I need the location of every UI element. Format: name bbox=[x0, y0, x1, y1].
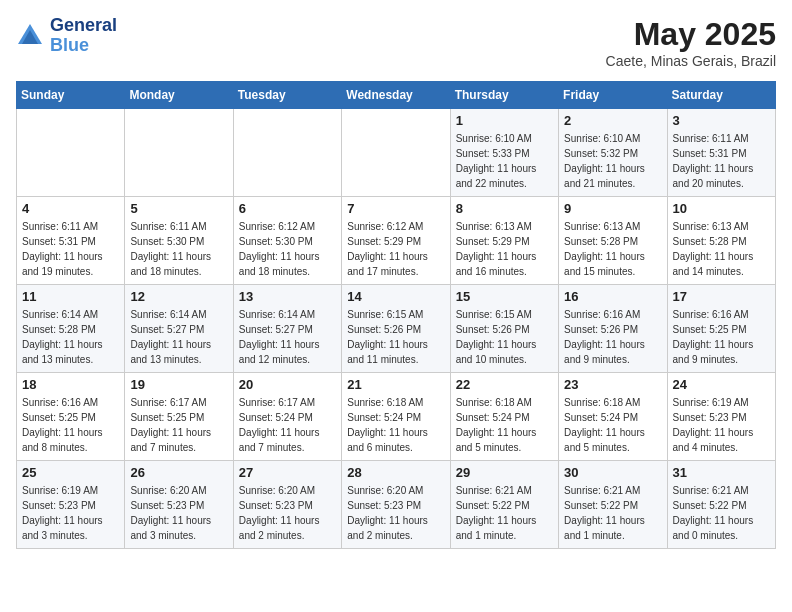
calendar-cell: 31Sunrise: 6:21 AM Sunset: 5:22 PM Dayli… bbox=[667, 461, 775, 549]
day-number: 27 bbox=[239, 465, 336, 480]
calendar-cell: 30Sunrise: 6:21 AM Sunset: 5:22 PM Dayli… bbox=[559, 461, 667, 549]
calendar-cell: 4Sunrise: 6:11 AM Sunset: 5:31 PM Daylig… bbox=[17, 197, 125, 285]
day-info: Sunrise: 6:11 AM Sunset: 5:30 PM Dayligh… bbox=[130, 219, 227, 279]
day-info: Sunrise: 6:11 AM Sunset: 5:31 PM Dayligh… bbox=[673, 131, 770, 191]
col-header-saturday: Saturday bbox=[667, 82, 775, 109]
day-info: Sunrise: 6:19 AM Sunset: 5:23 PM Dayligh… bbox=[673, 395, 770, 455]
calendar-cell: 1Sunrise: 6:10 AM Sunset: 5:33 PM Daylig… bbox=[450, 109, 558, 197]
day-number: 30 bbox=[564, 465, 661, 480]
day-info: Sunrise: 6:16 AM Sunset: 5:25 PM Dayligh… bbox=[673, 307, 770, 367]
day-number: 18 bbox=[22, 377, 119, 392]
calendar-cell bbox=[342, 109, 450, 197]
day-info: Sunrise: 6:12 AM Sunset: 5:29 PM Dayligh… bbox=[347, 219, 444, 279]
day-number: 9 bbox=[564, 201, 661, 216]
day-number: 14 bbox=[347, 289, 444, 304]
day-number: 11 bbox=[22, 289, 119, 304]
calendar-cell: 5Sunrise: 6:11 AM Sunset: 5:30 PM Daylig… bbox=[125, 197, 233, 285]
day-info: Sunrise: 6:21 AM Sunset: 5:22 PM Dayligh… bbox=[564, 483, 661, 543]
col-header-tuesday: Tuesday bbox=[233, 82, 341, 109]
day-number: 16 bbox=[564, 289, 661, 304]
calendar-cell: 18Sunrise: 6:16 AM Sunset: 5:25 PM Dayli… bbox=[17, 373, 125, 461]
day-info: Sunrise: 6:18 AM Sunset: 5:24 PM Dayligh… bbox=[347, 395, 444, 455]
day-info: Sunrise: 6:14 AM Sunset: 5:27 PM Dayligh… bbox=[130, 307, 227, 367]
day-info: Sunrise: 6:14 AM Sunset: 5:28 PM Dayligh… bbox=[22, 307, 119, 367]
calendar-cell: 10Sunrise: 6:13 AM Sunset: 5:28 PM Dayli… bbox=[667, 197, 775, 285]
location: Caete, Minas Gerais, Brazil bbox=[606, 53, 776, 69]
day-info: Sunrise: 6:20 AM Sunset: 5:23 PM Dayligh… bbox=[239, 483, 336, 543]
page-header: General Blue May 2025 Caete, Minas Gerai… bbox=[16, 16, 776, 69]
day-info: Sunrise: 6:18 AM Sunset: 5:24 PM Dayligh… bbox=[564, 395, 661, 455]
calendar-cell: 25Sunrise: 6:19 AM Sunset: 5:23 PM Dayli… bbox=[17, 461, 125, 549]
day-number: 22 bbox=[456, 377, 553, 392]
calendar-cell: 20Sunrise: 6:17 AM Sunset: 5:24 PM Dayli… bbox=[233, 373, 341, 461]
day-number: 7 bbox=[347, 201, 444, 216]
calendar-cell: 16Sunrise: 6:16 AM Sunset: 5:26 PM Dayli… bbox=[559, 285, 667, 373]
day-info: Sunrise: 6:13 AM Sunset: 5:28 PM Dayligh… bbox=[673, 219, 770, 279]
calendar-cell: 2Sunrise: 6:10 AM Sunset: 5:32 PM Daylig… bbox=[559, 109, 667, 197]
day-number: 4 bbox=[22, 201, 119, 216]
day-number: 26 bbox=[130, 465, 227, 480]
day-info: Sunrise: 6:13 AM Sunset: 5:29 PM Dayligh… bbox=[456, 219, 553, 279]
day-number: 31 bbox=[673, 465, 770, 480]
day-info: Sunrise: 6:13 AM Sunset: 5:28 PM Dayligh… bbox=[564, 219, 661, 279]
calendar-cell bbox=[125, 109, 233, 197]
calendar-cell: 24Sunrise: 6:19 AM Sunset: 5:23 PM Dayli… bbox=[667, 373, 775, 461]
calendar-cell: 27Sunrise: 6:20 AM Sunset: 5:23 PM Dayli… bbox=[233, 461, 341, 549]
col-header-monday: Monday bbox=[125, 82, 233, 109]
month-title: May 2025 bbox=[606, 16, 776, 53]
day-number: 20 bbox=[239, 377, 336, 392]
day-info: Sunrise: 6:17 AM Sunset: 5:24 PM Dayligh… bbox=[239, 395, 336, 455]
col-header-sunday: Sunday bbox=[17, 82, 125, 109]
calendar-cell: 13Sunrise: 6:14 AM Sunset: 5:27 PM Dayli… bbox=[233, 285, 341, 373]
col-header-wednesday: Wednesday bbox=[342, 82, 450, 109]
day-info: Sunrise: 6:20 AM Sunset: 5:23 PM Dayligh… bbox=[347, 483, 444, 543]
day-number: 29 bbox=[456, 465, 553, 480]
day-number: 17 bbox=[673, 289, 770, 304]
day-number: 23 bbox=[564, 377, 661, 392]
day-number: 25 bbox=[22, 465, 119, 480]
day-number: 5 bbox=[130, 201, 227, 216]
day-number: 1 bbox=[456, 113, 553, 128]
day-number: 12 bbox=[130, 289, 227, 304]
day-info: Sunrise: 6:16 AM Sunset: 5:26 PM Dayligh… bbox=[564, 307, 661, 367]
day-info: Sunrise: 6:12 AM Sunset: 5:30 PM Dayligh… bbox=[239, 219, 336, 279]
day-number: 13 bbox=[239, 289, 336, 304]
day-info: Sunrise: 6:15 AM Sunset: 5:26 PM Dayligh… bbox=[347, 307, 444, 367]
day-info: Sunrise: 6:19 AM Sunset: 5:23 PM Dayligh… bbox=[22, 483, 119, 543]
day-info: Sunrise: 6:10 AM Sunset: 5:33 PM Dayligh… bbox=[456, 131, 553, 191]
day-info: Sunrise: 6:14 AM Sunset: 5:27 PM Dayligh… bbox=[239, 307, 336, 367]
calendar-cell: 17Sunrise: 6:16 AM Sunset: 5:25 PM Dayli… bbox=[667, 285, 775, 373]
calendar-cell: 26Sunrise: 6:20 AM Sunset: 5:23 PM Dayli… bbox=[125, 461, 233, 549]
calendar-cell: 21Sunrise: 6:18 AM Sunset: 5:24 PM Dayli… bbox=[342, 373, 450, 461]
day-info: Sunrise: 6:10 AM Sunset: 5:32 PM Dayligh… bbox=[564, 131, 661, 191]
calendar-cell: 9Sunrise: 6:13 AM Sunset: 5:28 PM Daylig… bbox=[559, 197, 667, 285]
day-info: Sunrise: 6:16 AM Sunset: 5:25 PM Dayligh… bbox=[22, 395, 119, 455]
day-info: Sunrise: 6:21 AM Sunset: 5:22 PM Dayligh… bbox=[456, 483, 553, 543]
day-number: 3 bbox=[673, 113, 770, 128]
day-number: 10 bbox=[673, 201, 770, 216]
day-number: 2 bbox=[564, 113, 661, 128]
day-info: Sunrise: 6:15 AM Sunset: 5:26 PM Dayligh… bbox=[456, 307, 553, 367]
day-info: Sunrise: 6:11 AM Sunset: 5:31 PM Dayligh… bbox=[22, 219, 119, 279]
calendar-cell: 22Sunrise: 6:18 AM Sunset: 5:24 PM Dayli… bbox=[450, 373, 558, 461]
calendar-cell: 11Sunrise: 6:14 AM Sunset: 5:28 PM Dayli… bbox=[17, 285, 125, 373]
calendar-cell: 12Sunrise: 6:14 AM Sunset: 5:27 PM Dayli… bbox=[125, 285, 233, 373]
calendar-cell: 14Sunrise: 6:15 AM Sunset: 5:26 PM Dayli… bbox=[342, 285, 450, 373]
calendar-cell: 7Sunrise: 6:12 AM Sunset: 5:29 PM Daylig… bbox=[342, 197, 450, 285]
day-number: 15 bbox=[456, 289, 553, 304]
title-block: May 2025 Caete, Minas Gerais, Brazil bbox=[606, 16, 776, 69]
logo-text: General Blue bbox=[50, 16, 117, 56]
day-info: Sunrise: 6:20 AM Sunset: 5:23 PM Dayligh… bbox=[130, 483, 227, 543]
col-header-thursday: Thursday bbox=[450, 82, 558, 109]
calendar-cell: 23Sunrise: 6:18 AM Sunset: 5:24 PM Dayli… bbox=[559, 373, 667, 461]
calendar-cell: 15Sunrise: 6:15 AM Sunset: 5:26 PM Dayli… bbox=[450, 285, 558, 373]
calendar-cell: 8Sunrise: 6:13 AM Sunset: 5:29 PM Daylig… bbox=[450, 197, 558, 285]
day-number: 8 bbox=[456, 201, 553, 216]
day-number: 24 bbox=[673, 377, 770, 392]
calendar-cell: 3Sunrise: 6:11 AM Sunset: 5:31 PM Daylig… bbox=[667, 109, 775, 197]
day-number: 19 bbox=[130, 377, 227, 392]
calendar-table: SundayMondayTuesdayWednesdayThursdayFrid… bbox=[16, 81, 776, 549]
calendar-cell: 29Sunrise: 6:21 AM Sunset: 5:22 PM Dayli… bbox=[450, 461, 558, 549]
calendar-cell bbox=[17, 109, 125, 197]
logo: General Blue bbox=[16, 16, 117, 56]
